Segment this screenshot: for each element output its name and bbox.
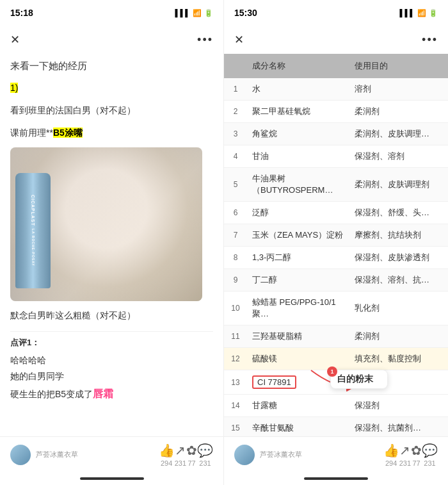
right-comment-count: 231 xyxy=(424,459,435,467)
star-button[interactable]: ✿ 77 xyxy=(186,443,197,467)
row-purpose: 柔润剂、皮肤调理剂 xyxy=(349,168,448,202)
right-wifi-icon: 📶 xyxy=(417,9,426,17)
product-name: CICAPLAST xyxy=(31,195,35,226)
right-star-button[interactable]: ✿ 77 xyxy=(411,443,422,467)
table-row[interactable]: 9丁二醇保湿剂、溶剂、抗… xyxy=(224,269,448,292)
table-row[interactable]: 14甘露糖保湿剂 xyxy=(224,395,448,417)
row-name: 水 xyxy=(247,78,349,101)
share-button[interactable]: ↗ 231 xyxy=(175,443,186,467)
table-row[interactable]: 1水溶剂 xyxy=(224,78,448,101)
table-row[interactable]: 13CI 778911白的粉末着色剂 xyxy=(224,370,448,395)
table-header: 成分名称 使用目的 xyxy=(224,54,448,78)
line2-prefix: 课前用理** xyxy=(10,127,53,138)
row-name: 三羟基硬脂精 xyxy=(247,325,349,348)
row-num: 1 xyxy=(224,78,247,101)
row-purpose: 柔润剂 xyxy=(349,325,448,348)
like-button[interactable]: 👍 294 xyxy=(159,443,175,467)
close-icon[interactable]: ✕ xyxy=(10,33,20,47)
post-step1: 1) xyxy=(10,80,213,96)
left-panel: 15:18 ▌▌▌ 📶 🔋 ✕ ••• 来看一下她的经历 1) 看到班里的法国白… xyxy=(0,0,224,485)
left-home-indicator xyxy=(0,472,223,485)
right-nav-bar: ✕ ••• xyxy=(224,26,448,54)
row-name: 鲸蜡基 PEG/PPG-10/1 聚… xyxy=(247,292,349,325)
left-user-info: 芦荟冰薰衣草 xyxy=(10,445,159,465)
left-status-icons: ▌▌▌ 📶 🔋 xyxy=(175,9,213,17)
comment-section: 点评1： 哈哈哈哈 她的白男同学 硬生生的把B5变成了唇霜 xyxy=(10,331,213,403)
right-comment-button[interactable]: 💬 231 xyxy=(422,443,438,467)
star-count: 77 xyxy=(188,459,195,467)
right-signal-icon: ▌▌▌ xyxy=(400,9,415,17)
post-image: CICAPLAST LA ROCHE-POSAY xyxy=(10,147,202,301)
row-num: 14 xyxy=(224,395,247,417)
right-close-icon[interactable]: ✕ xyxy=(234,33,244,47)
right-star-icon: ✿ xyxy=(411,443,422,458)
comment-button[interactable]: 💬 231 xyxy=(197,443,213,467)
right-home-bar xyxy=(304,477,368,480)
post-line2: 课前用理**B5涂嘴 xyxy=(10,125,213,141)
post-caption: 默念白男昨这么粗糙（对不起） xyxy=(10,308,213,324)
right-share-icon: ↗ xyxy=(399,443,410,458)
row-name: 甘油 xyxy=(247,145,349,168)
ci-ingredient-box: CI 77891 xyxy=(252,375,296,389)
table-row[interactable]: 10鲸蜡基 PEG/PPG-10/1 聚…乳化剂 xyxy=(224,292,448,325)
right-panel: 15:30 ▌▌▌ 📶 🔋 ✕ ••• 成分名称 使用目的 1水溶剂2聚 xyxy=(224,0,448,485)
table-row[interactable]: 6泛醇保湿剂、舒缓、头… xyxy=(224,202,448,224)
step1-label: 1) xyxy=(10,83,18,93)
row-num: 15 xyxy=(224,417,247,437)
row-num: 4 xyxy=(224,145,247,168)
table-row[interactable]: 81,3-丙二醇保湿剂、皮肤渗透剂 xyxy=(224,247,448,269)
row-name: 角鲨烷 xyxy=(247,123,349,145)
right-status-icons: ▌▌▌ 📶 🔋 xyxy=(400,9,438,17)
row-num: 5 xyxy=(224,168,247,202)
table-row[interactable]: 7玉米（ZEA MAYS）淀粉摩擦剂、抗结块剂 xyxy=(224,224,448,247)
row-name: 牛油果树（BUTYROSPERM… xyxy=(247,168,349,202)
left-home-bar xyxy=(80,477,144,480)
table-row[interactable]: 5牛油果树（BUTYROSPERM…柔润剂、皮肤调理剂 xyxy=(224,168,448,202)
like-count: 294 xyxy=(161,459,172,467)
right-like-count: 294 xyxy=(385,459,397,467)
row-purpose: 溶剂 xyxy=(349,78,448,101)
table-body: 1水溶剂2聚二甲基硅氧烷柔润剂3角鲨烷柔润剂、皮肤调理…4甘油保湿剂、溶剂5牛油… xyxy=(224,78,448,436)
row-num: 12 xyxy=(224,348,247,370)
product-tube: CICAPLAST LA ROCHE-POSAY xyxy=(15,173,51,288)
right-more-icon[interactable]: ••• xyxy=(422,33,438,47)
row-name: 玉米（ZEA MAYS）淀粉 xyxy=(247,224,349,247)
row-purpose: 保湿剂、皮肤渗透剂 xyxy=(349,247,448,269)
more-icon[interactable]: ••• xyxy=(197,33,213,47)
table-row[interactable]: 3角鲨烷柔润剂、皮肤调理… xyxy=(224,123,448,145)
left-time: 15:18 xyxy=(10,8,33,18)
col-purpose-header: 使用目的 xyxy=(349,54,448,78)
right-share-button[interactable]: ↗ 231 xyxy=(399,443,411,467)
table-row[interactable]: 2聚二甲基硅氧烷柔润剂 xyxy=(224,101,448,123)
col-name-header: 成分名称 xyxy=(247,54,349,78)
table-row[interactable]: 4甘油保湿剂、溶剂 xyxy=(224,145,448,168)
tooltip-bubble: 1白的粉末 xyxy=(330,370,388,389)
tooltip-text: 白的粉末 xyxy=(337,374,373,384)
right-star-count: 77 xyxy=(412,459,420,467)
table-row[interactable]: 11三羟基硬脂精柔润剂 xyxy=(224,325,448,348)
row-name: 1,3-丙二醇 xyxy=(247,247,349,269)
right-time: 15:30 xyxy=(234,8,257,18)
right-username: 芦荟冰薰衣草 xyxy=(260,450,302,459)
right-comment-icon: 💬 xyxy=(422,443,438,458)
ingredient-table: 成分名称 使用目的 1水溶剂2聚二甲基硅氧烷柔润剂3角鲨烷柔润剂、皮肤调理…4甘… xyxy=(224,54,448,436)
signal-icon: ▌▌▌ xyxy=(175,9,190,17)
comment-icon: 💬 xyxy=(197,443,213,458)
row-purpose: 乳化剂 xyxy=(349,292,448,325)
right-user-info: 芦荟冰薰衣草 xyxy=(234,445,383,465)
avatar xyxy=(10,445,31,465)
right-status-bar: 15:30 ▌▌▌ 📶 🔋 xyxy=(224,0,448,26)
row-purpose: 摩擦剂、抗结块剂 xyxy=(349,224,448,247)
ingredient-table-container: 成分名称 使用目的 1水溶剂2聚二甲基硅氧烷柔润剂3角鲨烷柔润剂、皮肤调理…4甘… xyxy=(224,54,448,436)
row-purpose: 保湿剂、抗菌剂… xyxy=(349,417,448,437)
row-name: 丁二醇 xyxy=(247,269,349,292)
right-home-indicator xyxy=(224,472,448,485)
row-num: 6 xyxy=(224,202,247,224)
right-like-button[interactable]: 👍 294 xyxy=(383,443,399,467)
table-wrapper: 成分名称 使用目的 1水溶剂2聚二甲基硅氧烷柔润剂3角鲨烷柔润剂、皮肤调理…4甘… xyxy=(224,54,448,436)
product-sub: LA ROCHE-POSAY xyxy=(31,229,35,267)
table-row[interactable]: 15辛酰甘氨酸保湿剂、抗菌剂… xyxy=(224,417,448,437)
left-status-bar: 15:18 ▌▌▌ 📶 🔋 xyxy=(0,0,223,26)
row-num: 9 xyxy=(224,269,247,292)
share-count: 231 xyxy=(175,459,186,467)
